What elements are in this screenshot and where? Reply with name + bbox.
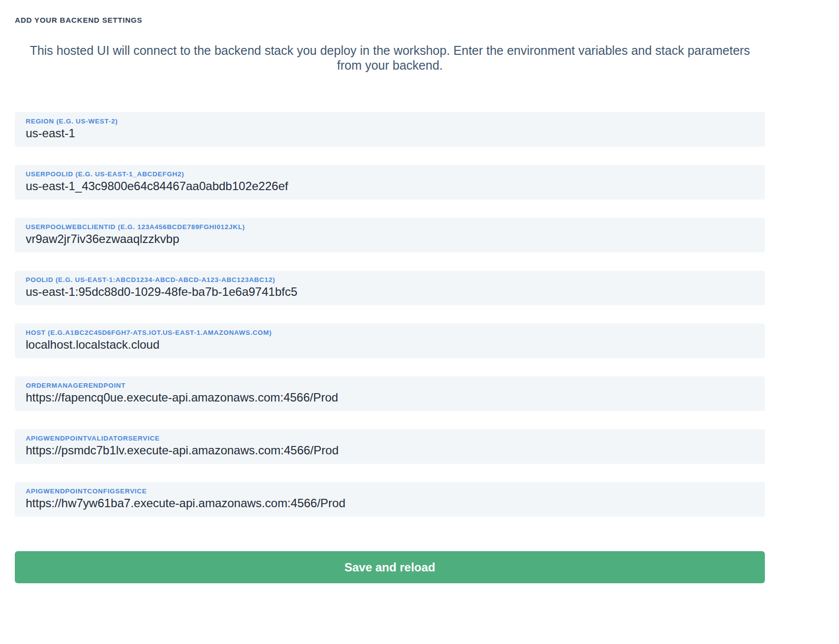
- field-group-host: HOST (E.G.A1BC2C45D6FGH7-ATS.IOT.US-EAST…: [15, 323, 765, 358]
- settings-fields: REGION (E.G. US-WEST-2) USERPOOLID (E.G.…: [15, 112, 765, 517]
- field-group-userpoolid: USERPOOLID (E.G. US-EAST-1_ABCDEFGH2): [15, 165, 765, 200]
- field-label: APIGWENDPOINTCONFIGSERVICE: [26, 487, 754, 495]
- field-label: USERPOOLWEBCLIENTID (E.G. 123A456BCDE789…: [26, 223, 754, 231]
- page-title: ADD YOUR BACKEND SETTINGS: [15, 16, 765, 24]
- field-group-apigwendpointconfigservice: APIGWENDPOINTCONFIGSERVICE: [15, 482, 765, 517]
- field-input-userpoolwebclientid[interactable]: [26, 232, 754, 246]
- field-input-ordermanagerendpoint[interactable]: [26, 391, 754, 404]
- field-input-apigwendpointconfigservice[interactable]: [26, 496, 754, 510]
- field-label: ORDERMANAGERENDPOINT: [26, 382, 754, 389]
- field-label: POOLID (E.G. US-EAST-1:ABCD1234-ABCD-ABC…: [26, 276, 754, 283]
- field-input-poolid[interactable]: [26, 285, 754, 299]
- field-input-region[interactable]: [26, 126, 754, 140]
- field-label: USERPOOLID (E.G. US-EAST-1_ABCDEFGH2): [26, 170, 754, 178]
- field-label: HOST (E.G.A1BC2C45D6FGH7-ATS.IOT.US-EAST…: [26, 329, 754, 336]
- field-group-region: REGION (E.G. US-WEST-2): [15, 112, 765, 147]
- field-group-apigwendpointvalidatorservice: APIGWENDPOINTVALIDATORSERVICE: [15, 429, 765, 464]
- field-input-host[interactable]: [26, 338, 754, 352]
- field-group-ordermanagerendpoint: ORDERMANAGERENDPOINT: [15, 376, 765, 411]
- field-label: REGION (E.G. US-WEST-2): [26, 118, 754, 125]
- field-group-poolid: POOLID (E.G. US-EAST-1:ABCD1234-ABCD-ABC…: [15, 271, 765, 305]
- page-description: This hosted UI will connect to the backe…: [22, 43, 758, 73]
- field-input-apigwendpointvalidatorservice[interactable]: [26, 443, 754, 457]
- backend-settings-page: ADD YOUR BACKEND SETTINGS This hosted UI…: [0, 0, 839, 603]
- field-label: APIGWENDPOINTVALIDATORSERVICE: [26, 435, 754, 442]
- field-input-userpoolid[interactable]: [26, 179, 754, 193]
- field-group-userpoolwebclientid: USERPOOLWEBCLIENTID (E.G. 123A456BCDE789…: [15, 218, 765, 252]
- save-and-reload-button[interactable]: Save and reload: [15, 551, 765, 583]
